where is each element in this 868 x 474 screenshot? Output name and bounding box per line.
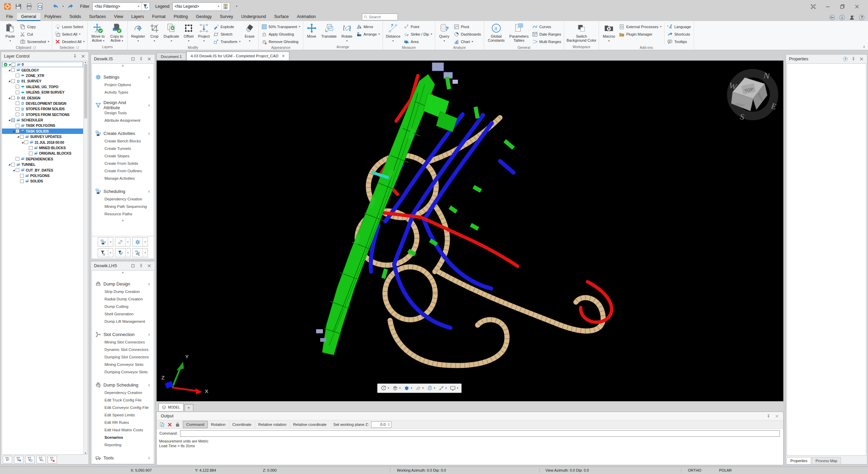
tree-item-original-blocks[interactable]: ORIGINAL BLOCKS xyxy=(2,151,83,156)
global-constants-button[interactable]: πGlobal Constants xyxy=(486,22,507,42)
menu-item-create-from-solids[interactable]: Create From Solids xyxy=(92,160,154,167)
point-button[interactable]: ?Point xyxy=(403,23,433,30)
tab-view[interactable]: View xyxy=(110,13,127,21)
menu-item-resource-paths[interactable]: Resource Paths xyxy=(92,210,154,218)
pivot-button[interactable]: Pivot xyxy=(453,23,482,30)
lasso-select-button[interactable]: Lasso Select xyxy=(54,23,86,30)
tab-plotting[interactable]: Plotting xyxy=(170,13,192,21)
external-processes-button[interactable]: External Processes▾ xyxy=(618,23,662,30)
redo-button[interactable] xyxy=(66,2,75,11)
pin-icon[interactable] xyxy=(73,54,77,59)
tool-split-button-hier[interactable]: ▾ xyxy=(98,237,113,246)
output-mode-rotation[interactable]: Rotation xyxy=(208,421,229,428)
tool-split-button-funnellink[interactable]: ▾ xyxy=(115,248,131,257)
orbit-view-button[interactable]: ▾ xyxy=(379,384,390,392)
menu-item-project-options[interactable]: Project Options xyxy=(92,81,154,88)
output-mode-relative-rotation[interactable]: Relative rotation xyxy=(255,421,290,428)
close-icon[interactable] xyxy=(147,57,152,61)
tree-item-cut-by-dates[interactable]: ◢CUT_BY_DATES xyxy=(2,167,83,173)
layer-checkbox[interactable] xyxy=(11,68,15,72)
apply-ghosting-button[interactable]: Apply Ghosting xyxy=(261,31,301,38)
tree-item-dependencies[interactable]: DEPENDENCIES xyxy=(2,156,83,162)
pin-icon[interactable] xyxy=(139,57,143,61)
minimize-icon[interactable] xyxy=(825,4,831,9)
output-mode-coordinate[interactable]: Coordinate xyxy=(229,421,255,428)
translate-button[interactable]: Translate xyxy=(320,22,339,38)
tab-survey[interactable]: Survey xyxy=(216,13,237,21)
layer-checkbox[interactable] xyxy=(24,140,28,144)
tree-item-valens-ug-topo[interactable]: VALENS_UG_TOPO xyxy=(2,84,83,90)
menu-item-mining-path-sequencing[interactable]: Mining Path Sequencing xyxy=(92,203,154,210)
overflow-down-icon[interactable]: ▼ xyxy=(92,219,154,222)
tree-expander-icon[interactable]: ◢ xyxy=(7,97,11,99)
tree-item-task-polygons[interactable]: TASK POLYGONS xyxy=(2,123,83,128)
layer-filter-button-4[interactable] xyxy=(36,456,46,463)
pin-icon[interactable] xyxy=(139,263,143,268)
menu-item-design-tools[interactable]: Design Tools xyxy=(92,109,154,117)
menu-item-radial-dump-creation[interactable]: Radial Dump Creation xyxy=(92,295,154,303)
explode-button[interactable]: Explode xyxy=(212,23,242,30)
macros-button[interactable]: Macros▾ xyxy=(601,22,617,42)
scroll-up-icon[interactable]: ▲ xyxy=(84,61,87,63)
search-input[interactable]: Search xyxy=(362,14,398,20)
tree-item-0[interactable]: ◢0 xyxy=(2,62,83,67)
dropdown-arrow-icon[interactable]: ▾ xyxy=(142,238,148,246)
tree-item-zone-xtr[interactable]: ZONE_XTR xyxy=(2,73,83,78)
tree-item-01-survey[interactable]: ◢D01_SURVEY xyxy=(2,78,83,84)
menu-item-create-bench-blocks[interactable]: Create Bench Blocks xyxy=(92,137,154,145)
menu-item-edit-rr-rules[interactable]: Edit RR Rules xyxy=(92,419,154,426)
tab-solids[interactable]: Solids xyxy=(65,13,85,21)
menu-item-attribute-assignment[interactable]: Attribute Assignment xyxy=(92,117,154,124)
section-plane-button[interactable]: ▾ xyxy=(414,384,425,392)
menu-item-manage-activities[interactable]: Manage Activities xyxy=(92,175,154,182)
project-button[interactable]: Project▾ xyxy=(196,22,211,42)
tree-item-development-design[interactable]: DDEVELOPMENT DESIGN xyxy=(2,101,83,106)
license-key-icon[interactable] xyxy=(829,15,835,20)
copy-to-active-button[interactable]: Copy to Active ▾ xyxy=(108,22,126,42)
scroll-up-icon[interactable]: ▲ xyxy=(92,271,154,275)
layer-checkbox[interactable] xyxy=(11,163,15,166)
menu-item-dumping-slot-connectors[interactable]: Dumping Slot Connectors xyxy=(92,353,154,361)
restore-icon[interactable] xyxy=(840,4,845,9)
save-button[interactable] xyxy=(14,2,22,11)
tooltips-button[interactable]: Tooltips xyxy=(666,38,692,45)
tab-layers[interactable]: Layers xyxy=(127,13,148,21)
shortcuts-button[interactable]: Shortcuts xyxy=(666,31,692,38)
ribbon-collapse-icon[interactable]: ∧ xyxy=(863,45,865,48)
layer-checkbox[interactable] xyxy=(16,107,19,111)
pin-icon[interactable] xyxy=(851,57,856,61)
plugin-manager-button[interactable]: Plugin Manager xyxy=(618,31,662,38)
info-icon[interactable] xyxy=(839,15,845,20)
tree-item-survey-updates[interactable]: ◢SURVEY UPDATES xyxy=(2,134,83,139)
dropdown-arrow-icon[interactable]: ▾ xyxy=(125,238,130,246)
stretch-button[interactable]: Stretch xyxy=(212,31,242,38)
layer-checkbox[interactable] xyxy=(20,174,24,178)
collapse-icon[interactable]: ∧ xyxy=(148,333,150,336)
layer-checkbox[interactable] xyxy=(16,74,19,77)
layer-checkbox[interactable] xyxy=(16,157,19,161)
menu-item-mining-slot-connectors[interactable]: Mining Slot Connectors xyxy=(92,338,154,346)
filter-combobox[interactable]: <No Filtering> ▾ xyxy=(92,2,150,11)
tree-item-solids[interactable]: SOLIDS xyxy=(2,178,83,184)
tool-split-button-link[interactable]: ▾ xyxy=(115,237,131,246)
tree-item-geology[interactable]: ◢GEOLOGY xyxy=(2,67,83,73)
working-plane-input[interactable]: 0.0 ▲▼ xyxy=(371,421,391,428)
help-icon[interactable]: ? xyxy=(843,57,848,61)
tree-item-task-solids[interactable]: ◢✓TASK SOLIDS xyxy=(2,129,83,134)
menu-item-edit-conveyor-config-file[interactable]: Edit Conveyor Config File xyxy=(92,404,154,411)
move-to-active-button[interactable]: Move to Active ▾ xyxy=(89,22,107,42)
layer-filter-button-2[interactable] xyxy=(14,456,23,463)
scroll-thumb[interactable] xyxy=(84,64,87,118)
dropdown-arrow-icon[interactable]: ▾ xyxy=(108,238,113,246)
section-header-design-and-attribute[interactable]: Design And Attribute∧ xyxy=(92,101,154,109)
copy-log-icon[interactable] xyxy=(159,422,165,427)
print-preview-button[interactable] xyxy=(36,2,44,11)
menu-item-reporting[interactable]: Reporting xyxy=(92,441,154,449)
arrange-button[interactable]: Arrange▾ xyxy=(355,31,381,38)
tab-format[interactable]: Format xyxy=(148,13,170,21)
layer-checkbox[interactable] xyxy=(16,101,19,105)
mirror-button[interactable]: Mirror xyxy=(355,23,381,30)
menu-item-dependency-creation[interactable]: Dependency Creation xyxy=(92,195,154,203)
tool-split-button-gear[interactable]: ▾ xyxy=(132,237,148,246)
tab-general[interactable]: General xyxy=(17,13,40,21)
